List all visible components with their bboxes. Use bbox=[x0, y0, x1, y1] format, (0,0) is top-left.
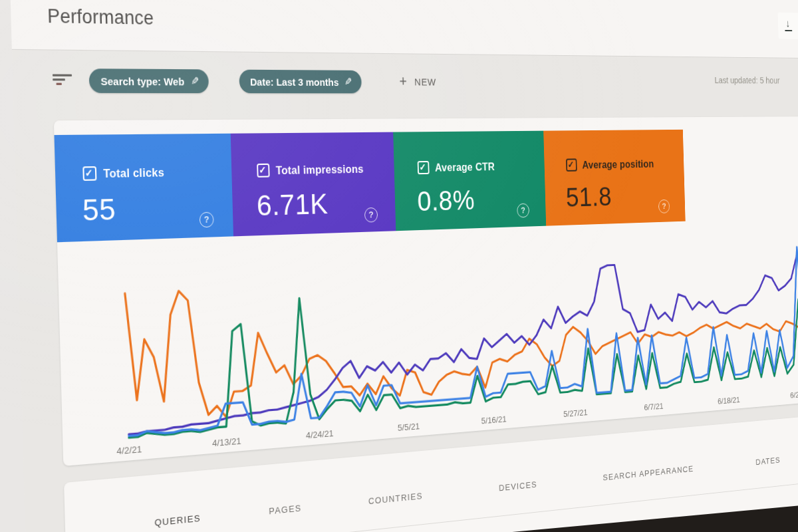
checkbox-icon[interactable] bbox=[418, 161, 430, 174]
metric-value: 6.71K bbox=[256, 187, 328, 222]
metric-label: Average position bbox=[582, 158, 654, 171]
performance-chart-card: Total clicks 55 Total impressions 6.71K … bbox=[54, 116, 798, 466]
metric-value: 55 bbox=[82, 192, 116, 227]
tab-devices[interactable]: DEVICES bbox=[499, 479, 537, 493]
metric-cards: Total clicks 55 Total impressions 6.71K … bbox=[54, 130, 685, 242]
tab-queries[interactable]: QUERIES bbox=[154, 513, 201, 528]
filter-icon[interactable] bbox=[53, 74, 74, 89]
download-icon bbox=[785, 21, 793, 31]
tab-countries[interactable]: COUNTRIES bbox=[368, 491, 423, 506]
search-console-screen: Performance Search type: Web Date: Last … bbox=[10, 0, 798, 532]
last-updated-text: Last updated: 5 hour bbox=[714, 75, 779, 85]
metric-value: 0.8% bbox=[417, 184, 475, 217]
tab-dates[interactable]: DATES bbox=[755, 456, 781, 467]
x-axis-label: 4/2/21 bbox=[116, 444, 142, 456]
edit-pencil-icon bbox=[344, 76, 352, 88]
help-icon[interactable] bbox=[658, 200, 670, 213]
checkbox-icon[interactable] bbox=[566, 158, 577, 171]
x-axis-label: 5/5/21 bbox=[398, 421, 420, 433]
metric-value: 51.8 bbox=[565, 181, 612, 213]
metric-card-average-ctr[interactable]: Average CTR 0.8% bbox=[393, 131, 546, 231]
photo-stage: Performance Search type: Web Date: Last … bbox=[0, 0, 798, 532]
metric-card-total-clicks[interactable]: Total clicks 55 bbox=[54, 134, 233, 243]
metric-card-average-position[interactable]: Average position 51.8 bbox=[543, 130, 685, 226]
page-header: Performance bbox=[10, 0, 798, 59]
help-icon[interactable] bbox=[517, 203, 529, 218]
edit-pencil-icon bbox=[191, 75, 200, 88]
export-button[interactable] bbox=[778, 13, 798, 39]
x-axis-label: 6/7/21 bbox=[644, 401, 664, 412]
help-icon[interactable] bbox=[200, 212, 214, 228]
search-type-chip[interactable]: Search type: Web bbox=[89, 68, 209, 93]
date-chip-label: Date: Last 3 months bbox=[250, 76, 339, 88]
date-range-chip[interactable]: Date: Last 3 months bbox=[239, 70, 362, 94]
checkbox-icon[interactable] bbox=[257, 164, 269, 178]
tab-pages[interactable]: PAGES bbox=[269, 503, 302, 516]
metric-card-total-impressions[interactable]: Total impressions 6.71K bbox=[231, 132, 396, 237]
plus-icon: + bbox=[399, 74, 407, 88]
metric-label: Total clicks bbox=[103, 166, 164, 180]
checkbox-icon[interactable] bbox=[82, 166, 96, 181]
search-type-chip-label: Search type: Web bbox=[100, 74, 184, 87]
new-filter-label: NEW bbox=[414, 76, 436, 87]
tab-search-appearance[interactable]: SEARCH APPEARANCE bbox=[602, 464, 694, 483]
x-axis-label: 5/27/21 bbox=[563, 408, 588, 419]
metric-label: Average CTR bbox=[435, 160, 495, 174]
page-title: Performance bbox=[47, 5, 154, 29]
help-icon[interactable] bbox=[364, 207, 378, 223]
x-axis-label: 6/18/21 bbox=[718, 395, 740, 406]
x-axis-label: 6/29/21 bbox=[790, 389, 798, 400]
metric-label: Total impressions bbox=[275, 163, 363, 178]
new-filter-button[interactable]: + NEW bbox=[399, 74, 436, 88]
